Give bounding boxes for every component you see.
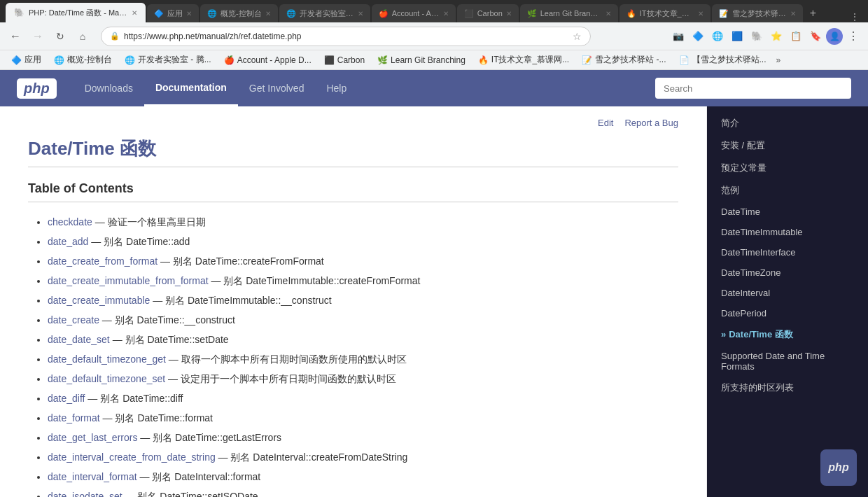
tab-more-button[interactable]: ⋮ [847,11,862,22]
php-logo[interactable]: php [17,78,57,99]
toc-link[interactable]: date_create_from_format [48,255,158,267]
report-bug-link[interactable]: Report a Bug [624,118,678,128]
tab-favicon: 🌐 [207,9,217,18]
sidebar-item-fanli[interactable]: 范例 [707,179,868,202]
tab-close-icon[interactable]: ✕ [506,10,512,18]
bookmark-item[interactable]: 📝 雪之梦技术驿站 -... [576,52,671,67]
extension-btn-3[interactable]: 🌐 [708,27,727,46]
bookmark-item[interactable]: 🔥 IT技术文章_慕课网... [472,52,575,67]
list-item: date_create — 别名 DateTime::__construct [48,310,678,330]
tab-close-icon[interactable]: ✕ [698,10,704,18]
tab-item[interactable]: 🍎 Account - Apple D... ✕ [372,4,456,22]
bookmark-item[interactable]: 🌐 开发者实验室 - 腾... [119,52,217,67]
main-content: Edit Report a Bug Date/Time 函数 Table of … [0,106,707,497]
bookmarks-bar: 🔷 应用 🌐 概览-控制台 🌐 开发者实验室 - 腾... 🍎 Account … [0,50,868,70]
tab-item[interactable]: 🌐 开发者实验室·腾... ✕ [279,4,370,22]
tab-label: PHP: Date/Time 函数 - Manual [29,8,127,18]
toc-link[interactable]: date_add [48,236,88,247]
browser-menu-button[interactable]: ⋮ [844,27,862,46]
toc-desc: — 别名 DateTime::createFromFormat [160,255,324,267]
tab-favicon: 🌿 [527,9,537,18]
toc-link[interactable]: date_isodate_set [48,491,122,497]
list-item: date_isodate_set — 别名 DateTime::setISODa… [48,486,678,497]
sidebar-item-datetime[interactable]: DateTime [707,202,868,222]
sidebar-item-datetimeimmutable[interactable]: DateTimeImmutable [707,222,868,242]
toc-link[interactable]: date_diff [48,393,85,404]
bookmarks-more[interactable]: » [776,55,781,65]
user-avatar[interactable]: 👤 [826,28,843,45]
toc-link[interactable]: date_create [48,314,99,326]
list-item: date_diff — 别名 DateTime::diff [48,388,678,408]
tab-close-icon[interactable]: ✕ [358,10,363,18]
bookmark-favicon: 📝 [582,55,592,65]
extension-btn-5[interactable]: 🐘 [748,27,766,46]
extension-btn-2[interactable]: 🔷 [689,27,707,46]
list-item: date_interval_format — 别名 DateInterval::… [48,467,678,486]
bookmark-label: Carbon [337,55,365,65]
sidebar-item-dateinterval[interactable]: DateInterval [707,283,868,303]
browser-nav-right: 📷 🔷 🌐 🟦 🐘 ⭐ 📋 🔖 👤 ⋮ [669,27,862,46]
home-button[interactable]: ⌂ [73,27,92,46]
toc-link[interactable]: date_default_timezone_get [48,354,166,365]
toc-link[interactable]: date_create_immutable_from_format [48,275,209,286]
sidebar-arrow-icon: » [721,329,726,340]
bookmark-item[interactable]: ⬛ Carbon [318,54,370,66]
nav-downloads[interactable]: Downloads [74,70,144,106]
sidebar-item-datetimezone[interactable]: DateTimeZone [707,262,868,283]
tab-item[interactable]: 🌐 概览-控制台 ✕ [200,4,278,22]
address-bar[interactable]: 🔒 https://www.php.net/manual/zh/ref.date… [101,27,591,46]
sidebar-item-datetime-hanshu[interactable]: »Date/Time 函数 [707,323,868,346]
sidebar-item-supported-formats[interactable]: Supported Date and Time Formats [707,346,868,377]
nav-documentation[interactable]: Documentation [144,70,238,106]
bookmark-item[interactable]: 📄 【雪之梦技术驿站... [673,52,772,67]
sidebar-item-changji[interactable]: 预定义常量 [707,157,868,179]
nav-get-involved[interactable]: Get Involved [238,70,316,106]
extension-btn-1[interactable]: 📷 [669,27,687,46]
toc-link[interactable]: date_interval_format [48,471,137,482]
tab-item[interactable]: 🔷 应用 ✕ [147,4,199,22]
bookmark-item[interactable]: 🍎 Account - Apple D... [218,54,317,66]
tab-close-icon[interactable]: ✕ [790,10,796,18]
php-logo-text: php [24,80,50,96]
extension-btn-6[interactable]: ⭐ [767,27,785,46]
tab-close-icon[interactable]: ✕ [132,9,137,17]
bookmark-label: 应用 [24,54,41,66]
toc-link[interactable]: checkdate [48,216,92,227]
sidebar-item-jianjie[interactable]: 简介 [707,112,868,134]
tab-item[interactable]: 🔥 IT技术文章_慕课网... ✕ [620,4,710,22]
active-tab[interactable]: 🐘 PHP: Date/Time 函数 - Manual ✕ [6,3,146,22]
toc-link[interactable]: date_interval_create_from_date_string [48,451,216,463]
toc-link[interactable]: date_create_immutable [48,295,150,306]
edit-link[interactable]: Edit [598,118,613,128]
bookmark-label: 概览-控制台 [67,54,112,66]
bookmark-item[interactable]: 🔷 应用 [6,52,47,67]
bookmark-item[interactable]: 🌿 Learn Git Branching [372,54,471,66]
tab-item[interactable]: 📝 雪之梦技术驿站 -... ✕ [712,4,803,22]
toc-link[interactable]: date_default_timezone_set [48,373,165,384]
back-button[interactable]: ← [6,27,25,46]
nav-help[interactable]: Help [315,70,358,106]
sidebar-item-timezone-list[interactable]: 所支持的时区列表 [707,377,868,399]
bookmark-star-button[interactable]: ☆ [573,31,582,42]
tab-item[interactable]: ⬛ Carbon ✕ [457,4,519,22]
tab-new-button[interactable]: + [804,4,822,22]
extension-btn-8[interactable]: 🔖 [806,27,825,46]
toc-desc: — 验证一个格里高里日期 [95,216,206,227]
tab-close-icon[interactable]: ✕ [606,10,611,18]
toc-link[interactable]: date_get_last_errors [48,432,137,443]
extension-btn-7[interactable]: 📋 [787,27,805,46]
sidebar-item-anzhuang[interactable]: 安装 / 配置 [707,134,868,157]
sidebar-item-datetimeinterface[interactable]: DateTimeInterface [707,242,868,262]
tab-close-icon[interactable]: ✕ [186,10,192,18]
bookmark-item[interactable]: 🌐 概览-控制台 [48,52,118,67]
tab-item[interactable]: 🌿 Learn Git Branching ✕ [520,4,618,22]
sidebar-item-dateperiod[interactable]: DatePeriod [707,303,868,323]
toc-link[interactable]: date_format [48,412,100,424]
tab-close-icon[interactable]: ✕ [265,10,271,18]
php-search-input[interactable] [655,78,851,99]
tab-close-icon[interactable]: ✕ [443,10,449,18]
toc-link[interactable]: date_date_set [48,334,110,345]
extension-btn-4[interactable]: 🟦 [728,27,746,46]
reload-button[interactable]: ↻ [50,27,70,46]
forward-button[interactable]: → [28,27,48,46]
